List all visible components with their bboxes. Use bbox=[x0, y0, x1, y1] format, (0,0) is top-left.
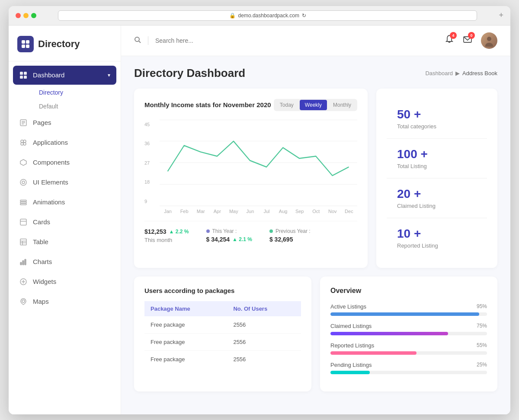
sidebar-item-label: Cards bbox=[33, 218, 50, 226]
sidebar-item-charts[interactable]: Charts bbox=[13, 252, 116, 271]
avatar[interactable] bbox=[481, 32, 497, 49]
x-label-aug: Aug bbox=[275, 209, 292, 214]
sidebar-item-maps[interactable]: Maps bbox=[13, 292, 116, 311]
stat-number-reported: 10 + bbox=[397, 227, 477, 241]
y-label-9: 9 bbox=[144, 199, 150, 204]
svg-point-18 bbox=[22, 181, 25, 184]
url-text: demo.dashboardpack.com bbox=[238, 13, 299, 19]
progress-reported-listings: Reported Listings 55% bbox=[330, 342, 487, 355]
progress-header-active: Active Listings 95% bbox=[330, 303, 487, 310]
sidebar-item-dashboard[interactable]: Dashboard ▾ bbox=[13, 66, 116, 85]
x-label-jan: Jan bbox=[160, 209, 176, 214]
logo-icon bbox=[17, 36, 34, 52]
top-header: 4 0 bbox=[121, 25, 510, 56]
sidebar-item-animations[interactable]: Animations bbox=[13, 193, 116, 212]
stat-label-listing: Total Listing bbox=[397, 163, 477, 169]
chart-title: Monthly Income stats for November 2020 bbox=[144, 101, 271, 108]
x-label-dec: Dec bbox=[341, 209, 357, 214]
this-year-label: This Year : bbox=[212, 228, 237, 234]
table-icon bbox=[19, 238, 28, 246]
progress-claimed-listings: Claimed Listings 75% bbox=[330, 323, 487, 335]
page-title: Directory Dashboard bbox=[134, 67, 245, 80]
svg-rect-0 bbox=[22, 40, 25, 44]
browser-dots bbox=[16, 13, 36, 18]
search-icon bbox=[134, 36, 141, 45]
sidebar-item-components[interactable]: Components bbox=[13, 153, 116, 172]
sidebar-item-applications[interactable]: Applications bbox=[13, 133, 116, 152]
notifications-button[interactable]: 4 bbox=[445, 35, 454, 46]
svg-point-17 bbox=[20, 179, 26, 185]
x-label-oct: Oct bbox=[308, 209, 324, 214]
overview-card: Overview Active Listings 95% bbox=[320, 277, 497, 391]
progress-fill-pending bbox=[330, 371, 370, 374]
this-year-dot bbox=[206, 229, 210, 233]
sidebar-item-label: Maps bbox=[33, 298, 49, 305]
sidebar: Directory Dashboard ▾ bbox=[9, 25, 121, 414]
avatar-image bbox=[481, 32, 497, 49]
package-users-2: 2556 bbox=[227, 333, 301, 350]
overview-title: Overview bbox=[330, 287, 487, 295]
tab-today[interactable]: Today bbox=[275, 100, 299, 110]
sidebar-item-table[interactable]: Table bbox=[13, 232, 116, 251]
package-name-1: Free package bbox=[144, 316, 227, 334]
page-header: Directory Dashboard Dashboard ▶ Address … bbox=[134, 67, 497, 80]
x-label-nov: Nov bbox=[324, 209, 341, 214]
chart-area bbox=[160, 120, 357, 206]
minimize-dot[interactable] bbox=[23, 13, 29, 18]
progress-pct-active: 95% bbox=[477, 303, 487, 309]
progress-pending-listings: Pending Listings 25% bbox=[330, 362, 487, 374]
maximize-dot[interactable] bbox=[31, 13, 36, 18]
progress-header-pending: Pending Listings 25% bbox=[330, 362, 487, 368]
sidebar-item-cards[interactable]: Cards bbox=[13, 213, 116, 232]
sidebar-item-label: UI Elements bbox=[33, 178, 68, 186]
stat-claimed-listing: 20 + Claimed Listing bbox=[387, 178, 487, 218]
bars-container bbox=[160, 120, 357, 206]
breadcrumb-parent[interactable]: Dashboard bbox=[425, 70, 453, 76]
reload-icon[interactable]: ↻ bbox=[302, 13, 306, 19]
legend-this-month: $12,253 ▲ 2.2 % This month bbox=[144, 228, 189, 243]
progress-fill-reported bbox=[330, 351, 416, 355]
chart-card: Monthly Income stats for November 2020 T… bbox=[134, 89, 368, 268]
stat-label-categories: Total categories bbox=[397, 123, 477, 130]
stat-number-listing: 100 + bbox=[397, 147, 477, 161]
y-label-27: 27 bbox=[144, 160, 150, 165]
svg-rect-5 bbox=[24, 72, 27, 75]
y-label-36: 36 bbox=[144, 141, 150, 146]
charts-icon bbox=[19, 258, 28, 266]
svg-rect-7 bbox=[24, 76, 27, 79]
sidebar-item-widgets[interactable]: Widgets bbox=[13, 272, 116, 291]
x-label-sep: Sep bbox=[292, 209, 308, 214]
breadcrumb-current: Address Book bbox=[462, 70, 497, 76]
search-input[interactable] bbox=[155, 37, 438, 44]
package-name-2: Free package bbox=[144, 333, 227, 350]
prev-year-label: Previous Year : bbox=[276, 228, 311, 234]
progress-fill-active bbox=[330, 312, 479, 316]
x-label-may: May bbox=[225, 209, 242, 214]
sidebar-item-pages[interactable]: Pages bbox=[13, 113, 116, 132]
url-bar[interactable]: 🔒 demo.dashboardpack.com ↻ bbox=[58, 10, 477, 21]
y-axis-labels: 45 36 27 18 9 bbox=[144, 120, 150, 206]
packages-title: Users according to packages bbox=[144, 287, 301, 294]
sidebar-sub-item-default[interactable]: Default bbox=[33, 99, 116, 113]
svg-rect-2 bbox=[22, 45, 25, 48]
new-tab-button[interactable]: + bbox=[499, 11, 503, 20]
header-actions: 4 0 bbox=[445, 32, 497, 49]
sidebar-item-label: Dashboard bbox=[33, 71, 64, 79]
x-axis-labels: Jan Feb Mar Apr May Jun Jul Aug Sep Oct … bbox=[160, 209, 357, 214]
sidebar-item-label: Pages bbox=[33, 119, 51, 126]
sidebar-sub-items: Directory Default bbox=[13, 86, 116, 113]
progress-header-claimed: Claimed Listings 75% bbox=[330, 323, 487, 329]
tab-monthly[interactable]: Monthly bbox=[328, 100, 356, 110]
progress-track-pending bbox=[330, 371, 487, 374]
chart-card-header: Monthly Income stats for November 2020 T… bbox=[144, 99, 357, 111]
progress-fill-claimed bbox=[330, 332, 448, 335]
prev-year-dot bbox=[269, 229, 273, 233]
messages-button[interactable]: 0 bbox=[463, 35, 472, 46]
close-dot[interactable] bbox=[16, 13, 21, 18]
sidebar-sub-item-directory[interactable]: Directory bbox=[33, 86, 116, 99]
tab-weekly[interactable]: Weekly bbox=[300, 100, 327, 110]
sidebar-item-ui-elements[interactable]: UI Elements bbox=[13, 173, 116, 192]
ui-elements-icon bbox=[19, 178, 28, 187]
prev-year-header: Previous Year : bbox=[269, 228, 311, 234]
browser-toolbar: 🔒 demo.dashboardpack.com ↻ + bbox=[9, 6, 510, 25]
